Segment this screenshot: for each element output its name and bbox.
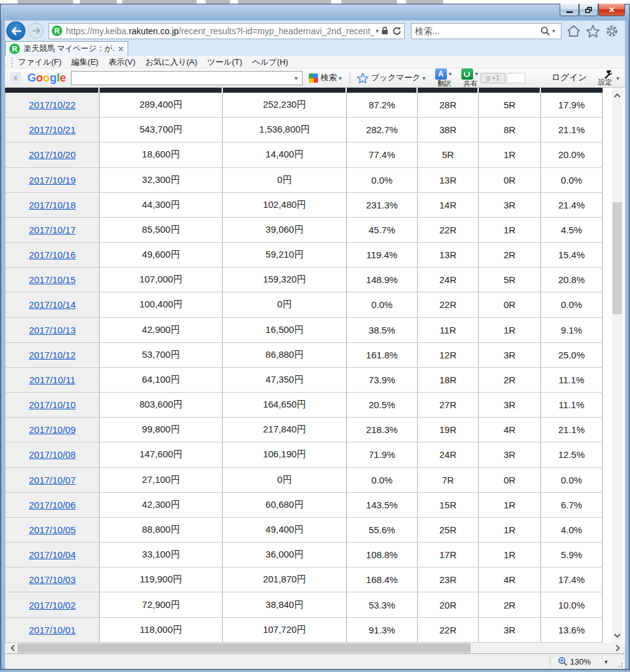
browser-search-box[interactable]: ▾ — [411, 23, 562, 39]
bookmark-button[interactable]: ブックマーク — [371, 72, 421, 83]
tools-gear-icon[interactable] — [605, 24, 619, 38]
plus-one-button[interactable]: g +1 — [481, 73, 505, 83]
races-cell: 24R — [418, 268, 479, 292]
menu-item[interactable]: ヘルプ(H) — [247, 57, 293, 68]
settings-dropdown-icon[interactable]: ▾ — [614, 75, 621, 82]
date-link[interactable]: 2017/10/09 — [29, 424, 75, 435]
date-link[interactable]: 2017/10/17 — [29, 225, 75, 235]
vertical-scrollbar[interactable] — [612, 88, 623, 643]
date-link[interactable]: 2017/10/06 — [29, 500, 75, 510]
tab-rakuten-keiba[interactable]: R 楽天競馬 マイページ：が... ✕ — [5, 41, 128, 56]
vertical-scrollbar-thumb[interactable] — [613, 202, 622, 314]
date-link[interactable]: 2017/10/10 — [29, 399, 75, 410]
toolbar-settings-button[interactable]: 設定 — [598, 70, 614, 86]
toolbar-close-button[interactable]: x — [10, 72, 21, 83]
refresh-icon[interactable] — [392, 26, 402, 36]
menu-item[interactable]: 表示(V) — [103, 57, 140, 68]
horizontal-scrollbar-thumb[interactable] — [17, 643, 471, 653]
date-link[interactable]: 2017/10/02 — [29, 600, 75, 610]
date-link[interactable]: 2017/10/22 — [29, 100, 75, 110]
share-dropdown-icon[interactable]: ▾ — [473, 71, 480, 77]
date-cell: 2017/10/12 — [6, 343, 100, 367]
bet-cell: 289,400円 — [100, 93, 223, 117]
rate-cell: 87.2% — [347, 93, 418, 117]
date-link[interactable]: 2017/10/14 — [29, 299, 75, 310]
login-button[interactable]: ログイン — [552, 72, 587, 83]
translate-dropdown-icon[interactable]: ▾ — [447, 71, 454, 77]
win_rate-cell: 11.1% — [541, 393, 603, 417]
forward-button[interactable] — [28, 23, 44, 39]
zoom-magnifier-icon — [558, 656, 568, 666]
bet-cell: 27,100円 — [100, 468, 223, 492]
google-search-input[interactable] — [74, 73, 293, 83]
scroll-left-icon[interactable] — [7, 643, 17, 653]
menu-item[interactable]: ファイル(F) — [13, 57, 67, 68]
date-link[interactable]: 2017/10/20 — [29, 149, 75, 160]
translate-button[interactable]: A ▾ 翻訳 — [435, 68, 454, 87]
resize-grip[interactable] — [616, 661, 623, 667]
win_rate-cell: 13.6% — [541, 618, 603, 642]
scroll-down-icon[interactable] — [612, 630, 623, 640]
races-cell: 22R — [418, 618, 479, 642]
win_rate-cell: 0.0% — [541, 468, 603, 492]
date-link[interactable]: 2017/10/16 — [29, 250, 75, 260]
url-dropdown-icon[interactable]: ▾ — [374, 27, 381, 34]
favorites-star-icon[interactable] — [586, 24, 600, 37]
date-link[interactable]: 2017/10/08 — [29, 449, 75, 460]
status-bar: 130% ▾ — [5, 653, 625, 669]
date-link[interactable]: 2017/10/13 — [29, 325, 75, 335]
date-link[interactable]: 2017/10/03 — [29, 574, 75, 585]
payout-cell: 0円 — [223, 468, 347, 492]
menu-item[interactable]: ツール(T) — [202, 57, 247, 68]
scroll-right-icon[interactable] — [613, 643, 623, 653]
horizontal-scrollbar[interactable] — [5, 643, 625, 653]
date-link[interactable]: 2017/10/05 — [29, 525, 75, 535]
scroll-up-icon[interactable] — [612, 90, 623, 100]
bookmark-dropdown-icon[interactable]: ▾ — [421, 75, 428, 82]
date-link[interactable]: 2017/10/21 — [29, 124, 75, 135]
zoom-dropdown-icon[interactable]: ▾ — [604, 658, 608, 665]
home-icon[interactable] — [567, 24, 581, 37]
google-search-history-icon[interactable]: ▾ — [293, 75, 299, 82]
date-cell: 2017/10/20 — [6, 142, 100, 167]
back-button[interactable] — [6, 21, 26, 40]
payout-cell: 49,400円 — [223, 518, 347, 542]
date-link[interactable]: 2017/10/11 — [29, 375, 75, 385]
date-cell: 2017/10/06 — [6, 493, 100, 517]
bet-cell: 100,400円 — [100, 292, 223, 317]
restore-button[interactable] — [579, 4, 598, 16]
share-button[interactable]: ▾ 共有 — [461, 68, 480, 87]
browser-search-input[interactable] — [415, 26, 540, 36]
google-search-box[interactable]: ▾ — [71, 71, 303, 85]
zoom-control[interactable]: 130% ▾ — [558, 656, 608, 666]
search-dropdown-icon[interactable]: ▾ — [550, 27, 557, 34]
address-bar[interactable]: R https://my.keiba.rakuten.co.jp/recent_… — [49, 23, 405, 39]
date-link[interactable]: 2017/10/12 — [29, 350, 75, 360]
races-cell: 20R — [418, 592, 479, 617]
races-cell: 13R — [418, 243, 479, 267]
table-row: 2017/10/15107,000円159,320円148.9%24R5R20.… — [6, 268, 603, 292]
menu-item[interactable]: お気に入り(A) — [141, 57, 202, 68]
date-link[interactable]: 2017/10/19 — [29, 175, 75, 185]
date-link[interactable]: 2017/10/18 — [29, 200, 75, 210]
tab-title: 楽天競馬 マイページ：が... — [24, 44, 115, 54]
google-search-options-icon[interactable]: ▾ — [337, 75, 344, 82]
forward-arrow-icon — [32, 27, 40, 34]
minimize-button[interactable] — [560, 4, 579, 16]
date-link[interactable]: 2017/10/04 — [29, 549, 75, 560]
rate-cell: 73.9% — [347, 368, 418, 392]
date-link[interactable]: 2017/10/15 — [29, 274, 75, 285]
google-search-button[interactable]: 検索 — [321, 72, 337, 83]
date-link[interactable]: 2017/10/07 — [29, 475, 75, 485]
wrench-icon — [603, 70, 614, 79]
wins-cell: 1R — [479, 318, 541, 342]
search-icon[interactable] — [540, 26, 550, 36]
menu-item[interactable]: 編集(E) — [67, 57, 103, 68]
rate-cell: 0.0% — [347, 468, 418, 492]
date-link[interactable]: 2017/10/01 — [29, 625, 75, 635]
tab-close-icon[interactable]: ✕ — [118, 45, 124, 54]
bookmark-star-icon[interactable] — [357, 72, 369, 83]
window-frame-right — [625, 21, 630, 672]
close-window-button[interactable]: ✕ — [598, 4, 625, 16]
date-cell: 2017/10/16 — [6, 243, 100, 267]
